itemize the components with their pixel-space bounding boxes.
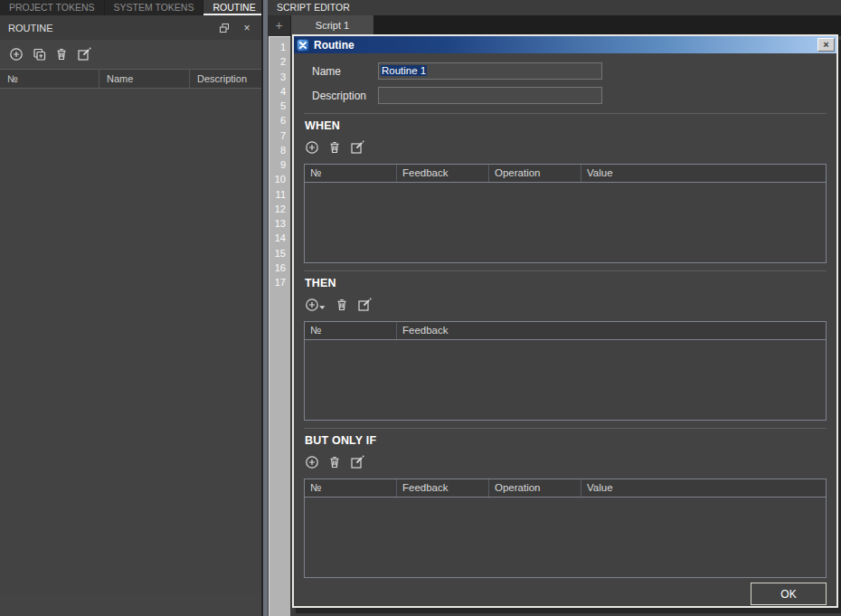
dialog-title: Routine [314,39,817,52]
tab-script-1[interactable]: Script 1 [291,15,373,36]
edit-icon[interactable] [77,47,91,62]
line-number: 12 [269,202,290,216]
column-header[interactable]: Feedback [397,165,489,182]
column-header[interactable]: Feedback [397,479,489,497]
section-separator [304,428,827,429]
line-number: 7 [269,128,290,143]
name-input[interactable]: Routine 1 [378,62,602,80]
column-header[interactable]: Operation [489,479,581,497]
routine-panel-header: ROUTINE × [0,15,261,40]
section-table-header: №FeedbackOperationValue [305,479,826,498]
section-table-body[interactable] [305,498,826,577]
routine-dialog: Routine × Name Routine 1 Description WHE… [292,34,838,608]
section-separator [304,270,827,271]
section-table-body[interactable] [305,340,826,420]
duplicate-icon[interactable] [32,47,46,62]
line-number: 14 [269,231,290,245]
column-header[interactable]: Value [581,479,826,497]
line-number: 5 [269,99,290,113]
section-toolbar-but-only-if [305,454,827,470]
new-script-tab-button[interactable]: + [268,15,290,36]
section-table-header: №Feedback [305,322,826,340]
section-table-when: №FeedbackOperationValue [304,164,827,263]
edit-icon[interactable] [357,298,372,312]
section-separator [304,113,827,114]
delete-icon[interactable] [327,455,342,469]
line-number: 6 [269,113,290,128]
column-header[interactable]: № [305,479,397,497]
edit-icon[interactable] [350,455,364,469]
tab-system-tokens[interactable]: SYSTEM TOKENS [105,0,204,15]
section-table-header: №FeedbackOperationValue [305,165,826,183]
line-number: 13 [269,216,290,231]
routine-table-body[interactable] [0,89,261,594]
line-number: 9 [269,157,290,172]
line-number: 2 [269,54,290,69]
section-table-then: №Feedback [304,321,827,421]
close-panel-icon[interactable]: × [241,22,253,34]
column-header[interactable]: Feedback [397,322,826,339]
column-header[interactable]: № [305,322,397,339]
section-table-but-only-if: №FeedbackOperationValue [304,479,827,578]
line-number: 17 [269,275,290,289]
routine-dialog-icon [297,39,309,52]
dialog-close-button[interactable]: × [817,38,835,52]
ok-button[interactable]: OK [751,583,827,605]
routine-panel-title: ROUTINE [8,23,53,33]
description-label: Description [312,90,378,102]
name-input-selected-text: Routine 1 [381,65,427,76]
line-number: 8 [269,143,290,157]
float-panel-icon[interactable] [218,22,231,34]
add-dropdown-icon[interactable] [305,298,326,312]
column-header[interactable]: Description [190,70,261,88]
tab-project-tokens[interactable]: PROJECT TOKENS [0,0,105,15]
dialog-titlebar[interactable]: Routine × [294,36,836,53]
line-number: 4 [269,84,290,99]
script-editor-header: SCRIPT EDITOR [268,0,841,15]
column-header[interactable]: № [305,165,397,182]
section-heading-when: WHEN [305,119,827,132]
add-icon[interactable] [305,140,319,155]
name-label: Name [312,65,378,78]
description-field-row: Description [312,87,827,104]
top-tab-bar: PROJECT TOKENSSYSTEM TOKENSROUTINE [0,0,261,15]
delete-icon[interactable] [327,140,342,155]
section-heading-but-only-if: BUT ONLY IF [305,434,827,447]
column-header[interactable]: № [0,70,99,88]
name-field-row: Name Routine 1 [312,62,827,80]
script-tab-bar: + Script 1 [268,15,841,36]
routine-panel-toolbar [0,40,261,69]
column-header[interactable]: Operation [489,165,581,182]
description-input[interactable] [378,87,602,104]
delete-icon[interactable] [54,47,69,62]
panel-splitter[interactable] [261,0,268,616]
dialog-button-row: OK [304,583,827,605]
line-number: 1 [269,40,290,54]
section-then: THEN№Feedback [304,277,827,421]
section-when: WHEN№FeedbackOperationValue [304,119,827,263]
section-table-body[interactable] [305,183,826,262]
line-number: 16 [269,261,290,275]
line-number: 11 [269,187,290,202]
dialog-body: Name Routine 1 Description WHEN№Feedback… [294,53,836,605]
add-icon[interactable] [9,47,24,62]
tab-routine[interactable]: ROUTINE [203,0,265,15]
left-dock-panel: PROJECT TOKENSSYSTEM TOKENSROUTINE ROUTI… [0,0,261,616]
add-icon[interactable] [305,455,319,469]
line-number-gutter[interactable]: 1234567891011121314151617 [269,36,290,616]
section-toolbar-then [305,297,827,313]
section-but-only-if: BUT ONLY IF№FeedbackOperationValue [304,434,827,578]
line-number: 15 [269,246,290,261]
delete-icon[interactable] [335,298,349,312]
column-header[interactable]: Name [99,70,190,88]
line-number: 3 [269,70,290,84]
section-toolbar-when [305,139,827,156]
section-heading-then: THEN [305,277,827,289]
edit-icon[interactable] [350,140,364,155]
column-header[interactable]: Value [581,165,826,182]
routine-table-header: №NameDescription [0,69,261,89]
line-number: 10 [269,172,290,186]
script-editor-title: SCRIPT EDITOR [277,2,350,13]
